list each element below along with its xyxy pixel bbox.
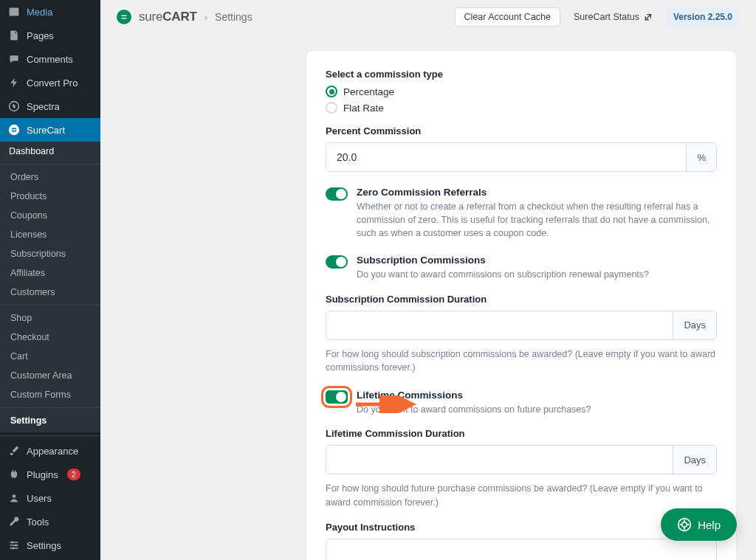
lifetime-duration-input[interactable]	[326, 446, 673, 474]
radio-flat-rate[interactable]: Flat Rate	[326, 102, 717, 114]
submenu-customer-area[interactable]: Customer Area	[0, 366, 100, 385]
zero-commission-toggle[interactable]	[326, 187, 348, 201]
lifetime-duration-label: Lifetime Commission Duration	[326, 428, 717, 439]
sidebar-label: Comments	[27, 54, 73, 65]
surecart-logo-icon	[117, 10, 131, 24]
submenu-products[interactable]: Products	[0, 187, 100, 206]
page-icon	[7, 29, 21, 42]
breadcrumb-page: Settings	[215, 11, 252, 23]
sidebar-item-pages[interactable]: Pages	[0, 24, 100, 47]
help-button[interactable]: Help	[661, 508, 737, 541]
update-badge: 2	[67, 469, 80, 480]
submenu-subscriptions[interactable]: Subscriptions	[0, 244, 100, 263]
bolt-icon	[7, 76, 21, 89]
svg-point-5	[13, 547, 15, 549]
sidebar-item-plugins[interactable]: Plugins 2	[0, 463, 100, 486]
lifetime-commission-row: Lifetime Commissions Do you want to awar…	[326, 390, 717, 416]
wrench-icon	[7, 515, 21, 528]
sidebar-label: SureCart	[27, 125, 65, 136]
days-suffix: Days	[673, 446, 716, 474]
surecart-status-link[interactable]: SureCart Status	[568, 8, 659, 26]
radio-percentage[interactable]: Percentage	[326, 86, 717, 97]
lifetime-duration-helper: For how long should future purchase comm…	[326, 482, 717, 510]
sidebar-item-settings[interactable]: Settings	[0, 533, 100, 557]
sidebar-label: Plugins	[27, 469, 58, 480]
sidebar-item-media[interactable]: Media	[0, 0, 100, 24]
main-panel: sureCART › Settings Clear Account Cache …	[100, 0, 756, 560]
radio-unselected-icon	[326, 102, 337, 114]
sliders-icon	[7, 539, 21, 552]
zero-commission-desc: Whether or not to create a referral from…	[357, 200, 717, 240]
days-suffix: Days	[673, 311, 716, 339]
user-icon	[7, 491, 21, 505]
help-label: Help	[698, 519, 721, 531]
help-icon	[677, 517, 692, 532]
sidebar-item-convertpro[interactable]: Convert Pro	[0, 71, 100, 94]
submenu-checkout[interactable]: Checkout	[0, 328, 100, 347]
sidebar-label: Spectra	[27, 101, 60, 112]
submenu-orders[interactable]: Orders	[0, 167, 100, 187]
subscription-commission-row: Subscription Commissions Do you want to …	[326, 255, 717, 281]
submenu-licenses[interactable]: Licenses	[0, 225, 100, 244]
divider	[0, 164, 100, 165]
percent-commission-label: Percent Commission	[326, 125, 717, 136]
sidebar-item-appearance[interactable]: Appearance	[0, 439, 100, 463]
spectra-icon	[7, 100, 21, 113]
lifetime-commission-toggle[interactable]	[326, 390, 348, 404]
sidebar-label: Media	[27, 7, 52, 18]
subscription-commission-title: Subscription Commissions	[357, 255, 649, 266]
plug-icon	[7, 468, 21, 481]
sidebar-item-users[interactable]: Users	[0, 486, 100, 510]
divider	[0, 435, 100, 436]
sidebar-label: Appearance	[27, 446, 78, 457]
submenu-coupons[interactable]: Coupons	[0, 206, 100, 225]
media-icon	[7, 5, 21, 18]
radio-label: Percentage	[343, 86, 394, 97]
svg-point-4	[15, 544, 17, 546]
clear-cache-button[interactable]: Clear Account Cache	[455, 7, 560, 27]
zero-commission-title: Zero Commission Referrals	[357, 187, 717, 198]
brush-icon	[7, 444, 21, 457]
surecart-icon	[7, 123, 21, 136]
subscription-commission-toggle[interactable]	[326, 255, 348, 269]
version-chip: Version 2.25.0	[666, 7, 740, 27]
radio-selected-icon	[326, 86, 337, 97]
sidebar-item-surecart[interactable]: SureCart	[0, 118, 100, 142]
payout-instructions-label: Payout Instructions	[326, 522, 717, 533]
radio-label: Flat Rate	[343, 103, 384, 114]
lifetime-commission-desc: Do you want to award commissions on futu…	[357, 403, 591, 416]
percent-suffix: %	[686, 143, 716, 171]
divider	[0, 305, 100, 305]
submenu-customers[interactable]: Customers	[0, 283, 100, 302]
subscription-duration-input[interactable]	[326, 311, 673, 339]
submenu-cart[interactable]: Cart	[0, 347, 100, 366]
submenu-custom-forms[interactable]: Custom Forms	[0, 385, 100, 404]
percent-commission-input[interactable]	[326, 143, 686, 171]
submenu-dashboard[interactable]: Dashboard	[0, 142, 100, 161]
zero-commission-row: Zero Commission Referrals Whether or not…	[326, 187, 717, 240]
collapse-menu[interactable]: Collapse menu	[0, 557, 100, 560]
commission-settings-card: Select a commission type Percentage Flat…	[306, 50, 737, 560]
sidebar-item-tools[interactable]: Tools	[0, 510, 100, 533]
subscription-duration-label: Subscription Commission Duration	[326, 294, 717, 305]
sidebar-item-spectra[interactable]: Spectra	[0, 94, 100, 118]
lifetime-duration-field: Days	[326, 445, 717, 474]
comment-icon	[7, 52, 21, 66]
wp-admin-sidebar: Media Pages Comments Convert Pro Spectra…	[0, 0, 100, 560]
svg-point-3	[11, 541, 13, 543]
brand-text: sureCART	[139, 10, 197, 24]
content-wrap: Select a commission type Percentage Flat…	[306, 50, 737, 560]
subscription-duration-helper: For how long should subscription commiss…	[326, 348, 717, 376]
commission-type-label: Select a commission type	[326, 69, 717, 80]
submenu-shop[interactable]: Shop	[0, 308, 100, 328]
subscription-duration-field: Days	[326, 311, 717, 340]
sidebar-label: Tools	[27, 516, 49, 528]
submenu-settings[interactable]: Settings	[0, 411, 100, 430]
sidebar-label: Users	[27, 493, 52, 504]
submenu-affiliates[interactable]: Affiliates	[0, 263, 100, 283]
subscription-commission-desc: Do you want to award commissions on subs…	[357, 268, 649, 281]
sidebar-item-comments[interactable]: Comments	[0, 47, 100, 71]
svg-point-9	[682, 522, 687, 528]
payout-instructions-textarea[interactable]	[326, 539, 717, 560]
external-link-icon	[643, 13, 653, 22]
